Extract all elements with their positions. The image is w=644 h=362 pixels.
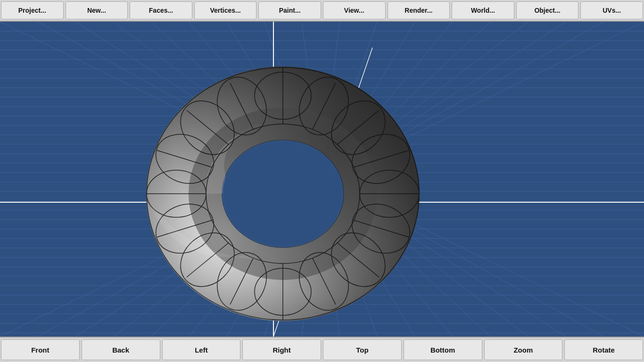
viewport[interactable] bbox=[0, 22, 644, 337]
bottom-menu-bar: FrontBackLeftRightTopBottomZoomRotate bbox=[0, 337, 644, 362]
right-btn[interactable]: Right bbox=[242, 339, 321, 360]
zoom-btn[interactable]: Zoom bbox=[484, 339, 563, 360]
object-btn[interactable]: Object... bbox=[516, 1, 579, 19]
top-btn[interactable]: Top bbox=[323, 339, 402, 360]
grid-background bbox=[0, 22, 644, 337]
back-btn[interactable]: Back bbox=[82, 339, 160, 360]
project-btn[interactable]: Project... bbox=[1, 1, 64, 19]
svg-point-112 bbox=[223, 141, 343, 247]
world-btn[interactable]: World... bbox=[452, 1, 514, 19]
new-btn[interactable]: New... bbox=[66, 1, 128, 19]
left-btn[interactable]: Left bbox=[162, 339, 241, 360]
rotate-btn[interactable]: Rotate bbox=[564, 339, 643, 360]
top-menu-bar: Project...New...Faces...Vertices...Paint… bbox=[0, 0, 644, 22]
bottom-btn[interactable]: Bottom bbox=[404, 339, 482, 360]
paint-btn[interactable]: Paint... bbox=[258, 1, 321, 19]
uvs-btn[interactable]: UVs... bbox=[580, 1, 643, 19]
front-btn[interactable]: Front bbox=[1, 339, 80, 360]
view-btn[interactable]: View... bbox=[323, 1, 386, 19]
render-btn[interactable]: Render... bbox=[388, 1, 450, 19]
vertices-btn[interactable]: Vertices... bbox=[194, 1, 257, 19]
faces-btn[interactable]: Faces... bbox=[130, 1, 192, 19]
